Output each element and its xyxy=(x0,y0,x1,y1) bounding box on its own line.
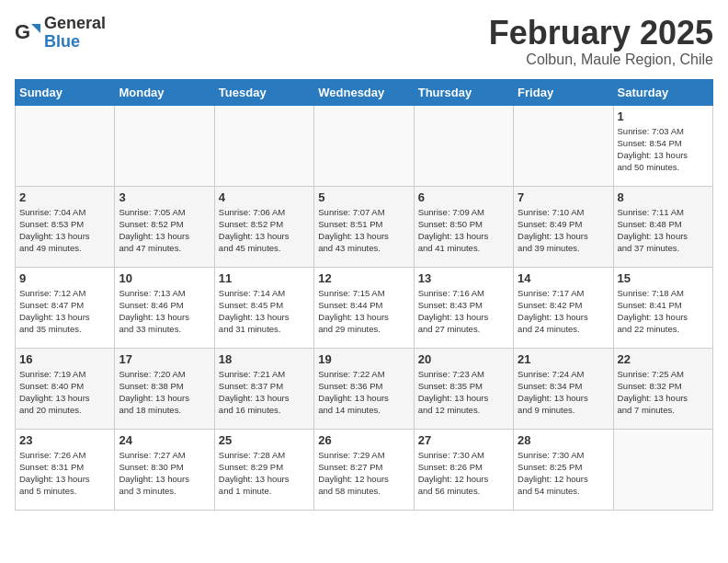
calendar-cell: 6Sunrise: 7:09 AM Sunset: 8:50 PM Daylig… xyxy=(414,186,513,267)
svg-marker-1 xyxy=(31,24,40,33)
calendar-cell: 20Sunrise: 7:23 AM Sunset: 8:35 PM Dayli… xyxy=(414,348,513,429)
logo-icon: G xyxy=(15,20,40,46)
day-info: Sunrise: 7:27 AM Sunset: 8:30 PM Dayligh… xyxy=(119,449,210,498)
day-info: Sunrise: 7:09 AM Sunset: 8:50 PM Dayligh… xyxy=(418,206,509,255)
logo-text: General Blue xyxy=(44,15,106,52)
calendar-cell: 2Sunrise: 7:04 AM Sunset: 8:53 PM Daylig… xyxy=(16,186,115,267)
day-number: 21 xyxy=(518,352,609,366)
day-info: Sunrise: 7:06 AM Sunset: 8:52 PM Dayligh… xyxy=(219,206,310,255)
logo: G General Blue xyxy=(15,15,106,52)
calendar-cell xyxy=(414,105,513,186)
calendar-cell: 17Sunrise: 7:20 AM Sunset: 8:38 PM Dayli… xyxy=(115,348,214,429)
day-info: Sunrise: 7:21 AM Sunset: 8:37 PM Dayligh… xyxy=(219,368,310,417)
weekday-header-friday: Friday xyxy=(514,79,613,105)
day-info: Sunrise: 7:17 AM Sunset: 8:42 PM Dayligh… xyxy=(518,287,609,336)
calendar-cell: 12Sunrise: 7:15 AM Sunset: 8:44 PM Dayli… xyxy=(314,267,414,348)
weekday-header-row: SundayMondayTuesdayWednesdayThursdayFrid… xyxy=(16,79,713,105)
day-number: 5 xyxy=(318,190,409,204)
day-info: Sunrise: 7:03 AM Sunset: 8:54 PM Dayligh… xyxy=(618,125,709,174)
day-number: 8 xyxy=(618,190,709,204)
calendar-table: SundayMondayTuesdayWednesdayThursdayFrid… xyxy=(15,79,713,511)
day-number: 16 xyxy=(19,352,110,366)
day-number: 19 xyxy=(318,352,409,366)
day-info: Sunrise: 7:10 AM Sunset: 8:49 PM Dayligh… xyxy=(518,206,609,255)
calendar-subtitle: Colbun, Maule Region, Chile xyxy=(489,52,713,68)
day-info: Sunrise: 7:20 AM Sunset: 8:38 PM Dayligh… xyxy=(119,368,210,417)
calendar-cell: 3Sunrise: 7:05 AM Sunset: 8:52 PM Daylig… xyxy=(115,186,214,267)
day-number: 17 xyxy=(119,352,210,366)
weekday-header-sunday: Sunday xyxy=(16,79,115,105)
calendar-cell: 11Sunrise: 7:14 AM Sunset: 8:45 PM Dayli… xyxy=(214,267,313,348)
day-number: 22 xyxy=(618,352,709,366)
day-info: Sunrise: 7:22 AM Sunset: 8:36 PM Dayligh… xyxy=(318,368,409,417)
day-info: Sunrise: 7:16 AM Sunset: 8:43 PM Dayligh… xyxy=(418,287,509,336)
calendar-cell: 21Sunrise: 7:24 AM Sunset: 8:34 PM Dayli… xyxy=(514,348,613,429)
day-number: 12 xyxy=(318,271,409,285)
day-info: Sunrise: 7:23 AM Sunset: 8:35 PM Dayligh… xyxy=(418,368,509,417)
week-row-5: 23Sunrise: 7:26 AM Sunset: 8:31 PM Dayli… xyxy=(16,429,713,510)
calendar-cell xyxy=(16,105,115,186)
day-number: 9 xyxy=(19,271,110,285)
calendar-cell: 16Sunrise: 7:19 AM Sunset: 8:40 PM Dayli… xyxy=(16,348,115,429)
calendar-title: February 2025 xyxy=(489,15,713,52)
day-number: 24 xyxy=(119,433,210,447)
day-number: 3 xyxy=(119,190,210,204)
calendar-cell: 18Sunrise: 7:21 AM Sunset: 8:37 PM Dayli… xyxy=(214,348,313,429)
calendar-cell: 4Sunrise: 7:06 AM Sunset: 8:52 PM Daylig… xyxy=(214,186,313,267)
week-row-4: 16Sunrise: 7:19 AM Sunset: 8:40 PM Dayli… xyxy=(16,348,713,429)
logo-general-text: General xyxy=(44,15,106,33)
day-number: 13 xyxy=(418,271,509,285)
weekday-header-thursday: Thursday xyxy=(414,79,513,105)
day-number: 14 xyxy=(518,271,609,285)
day-number: 4 xyxy=(219,190,310,204)
day-info: Sunrise: 7:07 AM Sunset: 8:51 PM Dayligh… xyxy=(318,206,409,255)
calendar-cell: 7Sunrise: 7:10 AM Sunset: 8:49 PM Daylig… xyxy=(514,186,613,267)
calendar-cell xyxy=(115,105,214,186)
header: G General Blue February 2025 Colbun, Mau… xyxy=(15,15,713,68)
day-number: 6 xyxy=(418,190,509,204)
day-number: 18 xyxy=(219,352,310,366)
weekday-header-tuesday: Tuesday xyxy=(214,79,313,105)
day-number: 11 xyxy=(219,271,310,285)
calendar-cell: 8Sunrise: 7:11 AM Sunset: 8:48 PM Daylig… xyxy=(613,186,712,267)
calendar-cell: 15Sunrise: 7:18 AM Sunset: 8:41 PM Dayli… xyxy=(613,267,712,348)
day-number: 27 xyxy=(418,433,509,447)
calendar-cell: 1Sunrise: 7:03 AM Sunset: 8:54 PM Daylig… xyxy=(613,105,712,186)
day-info: Sunrise: 7:04 AM Sunset: 8:53 PM Dayligh… xyxy=(19,206,110,255)
weekday-header-wednesday: Wednesday xyxy=(314,79,414,105)
day-info: Sunrise: 7:24 AM Sunset: 8:34 PM Dayligh… xyxy=(518,368,609,417)
title-area: February 2025 Colbun, Maule Region, Chil… xyxy=(489,15,713,68)
day-number: 26 xyxy=(318,433,409,447)
weekday-header-monday: Monday xyxy=(115,79,214,105)
day-info: Sunrise: 7:25 AM Sunset: 8:32 PM Dayligh… xyxy=(618,368,709,417)
day-number: 2 xyxy=(19,190,110,204)
day-number: 23 xyxy=(19,433,110,447)
day-info: Sunrise: 7:30 AM Sunset: 8:25 PM Dayligh… xyxy=(518,449,609,498)
calendar-cell: 19Sunrise: 7:22 AM Sunset: 8:36 PM Dayli… xyxy=(314,348,414,429)
day-number: 1 xyxy=(618,109,709,123)
calendar-cell: 13Sunrise: 7:16 AM Sunset: 8:43 PM Dayli… xyxy=(414,267,513,348)
week-row-3: 9Sunrise: 7:12 AM Sunset: 8:47 PM Daylig… xyxy=(16,267,713,348)
day-info: Sunrise: 7:14 AM Sunset: 8:45 PM Dayligh… xyxy=(219,287,310,336)
calendar-cell: 27Sunrise: 7:30 AM Sunset: 8:26 PM Dayli… xyxy=(414,429,513,510)
calendar-cell xyxy=(514,105,613,186)
day-info: Sunrise: 7:30 AM Sunset: 8:26 PM Dayligh… xyxy=(418,449,509,498)
calendar-cell: 9Sunrise: 7:12 AM Sunset: 8:47 PM Daylig… xyxy=(16,267,115,348)
weekday-header-saturday: Saturday xyxy=(613,79,712,105)
day-info: Sunrise: 7:29 AM Sunset: 8:27 PM Dayligh… xyxy=(318,449,409,498)
calendar-cell: 22Sunrise: 7:25 AM Sunset: 8:32 PM Dayli… xyxy=(613,348,712,429)
week-row-2: 2Sunrise: 7:04 AM Sunset: 8:53 PM Daylig… xyxy=(16,186,713,267)
day-info: Sunrise: 7:05 AM Sunset: 8:52 PM Dayligh… xyxy=(119,206,210,255)
calendar-cell: 14Sunrise: 7:17 AM Sunset: 8:42 PM Dayli… xyxy=(514,267,613,348)
day-number: 10 xyxy=(119,271,210,285)
day-number: 20 xyxy=(418,352,509,366)
day-info: Sunrise: 7:19 AM Sunset: 8:40 PM Dayligh… xyxy=(19,368,110,417)
day-number: 28 xyxy=(518,433,609,447)
logo-blue-text: Blue xyxy=(44,33,106,52)
calendar-cell: 28Sunrise: 7:30 AM Sunset: 8:25 PM Dayli… xyxy=(514,429,613,510)
day-number: 25 xyxy=(219,433,310,447)
day-info: Sunrise: 7:11 AM Sunset: 8:48 PM Dayligh… xyxy=(618,206,709,255)
week-row-1: 1Sunrise: 7:03 AM Sunset: 8:54 PM Daylig… xyxy=(16,105,713,186)
day-number: 7 xyxy=(518,190,609,204)
calendar-cell: 24Sunrise: 7:27 AM Sunset: 8:30 PM Dayli… xyxy=(115,429,214,510)
